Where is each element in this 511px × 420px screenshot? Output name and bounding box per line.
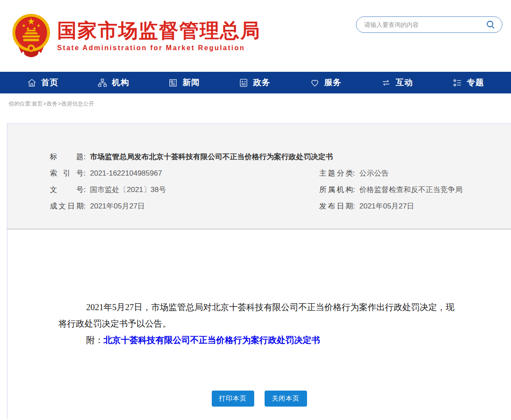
gov-affairs-badge-icon bbox=[239, 78, 249, 88]
field-value-topic-category: 公示公告 bbox=[359, 168, 389, 178]
content-container: 标题: 市场监管总局发布北京十荟科技有限公司不正当价格行为案行政处罚决定书 索引… bbox=[7, 123, 511, 419]
sitemap-icon bbox=[97, 78, 107, 88]
site-title-en: State Administration for Market Regulati… bbox=[57, 44, 261, 52]
breadcrumb-prefix: 你的位置: bbox=[9, 101, 32, 107]
field-colon: : bbox=[353, 168, 355, 178]
breadcrumb-item-info-disclosure[interactable]: 政府信息公开 bbox=[61, 101, 94, 107]
field-colon: : bbox=[84, 168, 86, 178]
search-icon[interactable] bbox=[485, 19, 497, 31]
info-row: 索引号: 2021-1622104985967 主题分类: 公示公告 bbox=[50, 168, 501, 178]
nav-label: 首页 bbox=[41, 77, 58, 88]
heart-icon bbox=[310, 77, 320, 88]
breadcrumb: 你的位置:首页>政务>政府信息公开 bbox=[0, 93, 511, 123]
field-value-issuing-agency: 价格监督检查和反不正当竞争局 bbox=[359, 185, 462, 195]
breadcrumb-item-home[interactable]: 首页 bbox=[32, 101, 42, 107]
field-colon: : bbox=[353, 201, 355, 211]
article-body: 2021年5月27日，市场监管总局对北京十荟科技有限公司不正当价格行为案作出行政… bbox=[7, 230, 511, 348]
field-label-written-date: 成文日期 bbox=[50, 201, 84, 211]
nav-item-home[interactable]: 首页 bbox=[27, 77, 58, 88]
close-page-button[interactable]: 关闭本页 bbox=[265, 391, 307, 407]
nav-item-services[interactable]: 服务 bbox=[310, 77, 342, 88]
nav-label: 新闻 bbox=[182, 77, 200, 88]
nav-item-gov[interactable]: 政务 bbox=[239, 77, 270, 88]
field-colon: : bbox=[84, 185, 86, 195]
star-list-icon bbox=[452, 78, 462, 88]
search-box bbox=[356, 16, 502, 33]
field-label-issuing-agency: 所属机构 bbox=[319, 185, 353, 195]
print-page-button[interactable]: 打印本页 bbox=[212, 391, 254, 407]
nav-label: 政务 bbox=[253, 77, 270, 88]
info-row: 文号: 国市监处〔2021〕38号 所属机构: 价格监督检查和反不正当竞争局 bbox=[50, 185, 501, 195]
home-icon bbox=[27, 78, 37, 88]
info-row-title: 标题: 市场监管总局发布北京十荟科技有限公司不正当价格行为案行政处罚决定书 bbox=[50, 152, 501, 162]
field-label-title: 标题 bbox=[50, 152, 84, 162]
article-paragraph: 2021年5月27日，市场监管总局对北京十荟科技有限公司不正当价格行为案作出行政… bbox=[58, 299, 456, 332]
field-label-publish-date: 发布日期 bbox=[319, 201, 353, 211]
attachment-link[interactable]: 北京十荟科技有限公司不正当价格行为案行政处罚决定书 bbox=[103, 335, 320, 345]
breadcrumb-separator: > bbox=[43, 101, 46, 107]
attachment-prefix: 附： bbox=[86, 335, 103, 345]
nav-item-orgs[interactable]: 机构 bbox=[97, 77, 129, 88]
nav-label: 机构 bbox=[112, 77, 129, 88]
field-value-publish-date: 2021年05月27日 bbox=[359, 201, 414, 211]
field-label-topic-category: 主题分类 bbox=[319, 168, 353, 178]
attachment-line: 附：北京十荟科技有限公司不正当价格行为案行政处罚决定书 bbox=[58, 332, 456, 348]
search-input[interactable] bbox=[363, 21, 485, 29]
nav-label: 互动 bbox=[396, 77, 413, 88]
breadcrumb-item-gov[interactable]: 政务 bbox=[47, 101, 58, 107]
field-colon: : bbox=[353, 185, 355, 195]
nav-item-news[interactable]: 新闻 bbox=[168, 77, 200, 88]
nav-label: 专题 bbox=[467, 77, 484, 88]
field-value-title: 市场监管总局发布北京十荟科技有限公司不正当价格行为案行政处罚决定书 bbox=[90, 152, 333, 162]
site-title-cn: 国家市场监督管理总局 bbox=[57, 20, 261, 42]
page-action-buttons: 打印本页 关闭本页 bbox=[7, 348, 511, 419]
field-colon: : bbox=[84, 201, 86, 211]
nav-item-interaction[interactable]: 互动 bbox=[381, 77, 413, 88]
field-value-index-number: 2021-1622104985967 bbox=[90, 168, 162, 178]
exchange-arrows-icon bbox=[381, 78, 391, 88]
document-info-panel: 标题: 市场监管总局发布北京十荟科技有限公司不正当价格行为案行政处罚决定书 索引… bbox=[7, 124, 511, 230]
field-value-written-date: 2021年05月27日 bbox=[90, 201, 145, 211]
national-emblem-icon bbox=[10, 13, 52, 59]
site-title-block: 国家市场监督管理总局 State Administration for Mark… bbox=[57, 20, 261, 52]
field-label-index-number: 索引号 bbox=[50, 168, 84, 178]
field-colon: : bbox=[84, 152, 86, 162]
newspaper-icon bbox=[168, 78, 178, 88]
site-header: 国家市场监督管理总局 State Administration for Mark… bbox=[0, 0, 511, 72]
main-nav: 首页 机构 新闻 政务 bbox=[0, 72, 511, 93]
nav-item-topics[interactable]: 专题 bbox=[452, 77, 484, 88]
field-value-doc-number: 国市监处〔2021〕38号 bbox=[90, 185, 166, 195]
nav-label: 服务 bbox=[324, 77, 342, 88]
info-row: 成文日期: 2021年05月27日 发布日期: 2021年05月27日 bbox=[50, 201, 501, 211]
field-label-doc-number: 文号 bbox=[50, 185, 84, 195]
breadcrumb-separator: > bbox=[58, 101, 61, 107]
